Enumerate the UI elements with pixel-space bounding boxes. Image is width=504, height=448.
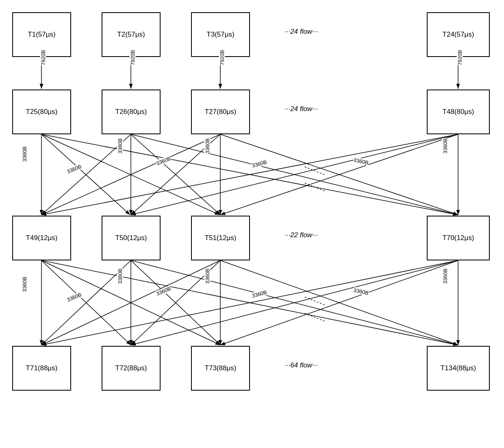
row4-flow-label: ···64 flow··· — [285, 361, 318, 369]
edge-label-3360-r3-r4-1: 3360B — [22, 277, 28, 292]
edge-label-3360-r2-r3-7: 3360B — [353, 157, 369, 166]
node-T49-label: T49(12μs) — [26, 234, 58, 242]
node-T25-label: T25(80μs) — [26, 108, 58, 116]
edge-label-t24-t48: 7920B — [457, 50, 463, 66]
node-T26: T26(80μs) — [102, 90, 161, 134]
svg-line-40 — [305, 313, 325, 321]
node-T134-label: T134(88μs) — [441, 364, 476, 372]
node-T134: T134(88μs) — [427, 346, 490, 391]
svg-line-35 — [220, 260, 458, 345]
node-T73: T73(88μs) — [191, 346, 250, 391]
svg-line-28 — [131, 260, 458, 345]
row1-flow-label: ···24 flow··· — [285, 28, 318, 36]
node-T27: T27(80μs) — [191, 90, 250, 134]
node-T50-label: T50(12μs) — [115, 234, 147, 242]
node-T70: T70(12μs) — [427, 216, 490, 260]
svg-line-16 — [220, 134, 458, 215]
row3-flow-label: ···22 flow··· — [285, 231, 318, 239]
edge-label-3360-r2-r3-1: 3360B — [22, 146, 28, 162]
node-T71: T71(88μs) — [12, 346, 71, 391]
svg-line-38 — [305, 183, 325, 191]
node-T51: T51(12μs) — [191, 216, 250, 260]
edge-label-3360-r3-r4-6: 3360B — [251, 289, 267, 299]
svg-line-19 — [220, 134, 458, 215]
node-T3-label: T3(57μs) — [206, 31, 234, 39]
edge-label-3360-r3-r4-7: 3360B — [353, 287, 369, 296]
edge-label-3360-r3-r4-4: 3360B — [155, 285, 172, 297]
node-T26-label: T26(80μs) — [115, 108, 147, 116]
node-T49: T49(12μs) — [12, 216, 71, 260]
row2-flow-label: ···24 flow··· — [285, 105, 318, 113]
node-T72: T72(88μs) — [102, 346, 161, 391]
node-T72-label: T72(88μs) — [115, 364, 147, 372]
edge-label-3360-r2-r3-4: 3360B — [155, 155, 172, 166]
edge-label-3360-r2-r3-5: 3360B — [204, 138, 211, 154]
node-T48: T48(80μs) — [427, 90, 490, 134]
svg-line-17 — [41, 134, 458, 215]
svg-line-33 — [41, 260, 458, 345]
svg-line-18 — [131, 134, 458, 215]
svg-line-8 — [41, 134, 458, 215]
edge-label-3360-r3-r4-3: 3360B — [117, 269, 123, 284]
node-T48-label: T48(80μs) — [443, 108, 474, 116]
svg-line-24 — [41, 260, 458, 345]
node-T71-label: T71(88μs) — [26, 364, 58, 372]
node-T27-label: T27(80μs) — [205, 108, 237, 116]
edge-label-t2-t26: 7920B — [130, 50, 136, 66]
svg-line-12 — [131, 134, 458, 215]
node-T1-label: T1(57μs) — [28, 31, 55, 39]
edge-label-t1-t25: 7920B — [40, 50, 46, 66]
edge-label-3360-r2-r3-2: 3360B — [66, 163, 82, 175]
edge-label-t3-t27: 7920B — [219, 50, 225, 66]
svg-line-32 — [220, 260, 458, 345]
svg-line-39 — [305, 297, 325, 305]
node-T50: T50(12μs) — [102, 216, 161, 260]
node-T2-label: T2(57μs) — [117, 31, 145, 39]
diagram-container: T1(57μs) T2(57μs) T3(57μs) T24(57μs) ···… — [0, 0, 504, 448]
edge-label-3360-r2-r3-3: 3360B — [117, 138, 123, 154]
edge-label-3360-r3-r4-2: 3360B — [66, 291, 82, 303]
svg-line-37 — [305, 167, 325, 175]
node-T51-label: T51(12μs) — [205, 234, 237, 242]
node-T73-label: T73(88μs) — [205, 364, 237, 372]
edge-label-3360-r3-r4-5: 3360B — [204, 269, 211, 284]
edge-label-3360-r2-r3-6: 3360B — [251, 159, 267, 169]
edge-label-3360-r3-r4-8: 3360B — [442, 269, 448, 284]
node-T70-label: T70(12μs) — [443, 234, 474, 242]
node-T24-label: T24(57μs) — [443, 31, 474, 39]
edge-label-3360-r2-r3-8: 3360B — [442, 138, 448, 154]
svg-line-34 — [131, 260, 458, 345]
node-T25: T25(80μs) — [12, 90, 71, 134]
